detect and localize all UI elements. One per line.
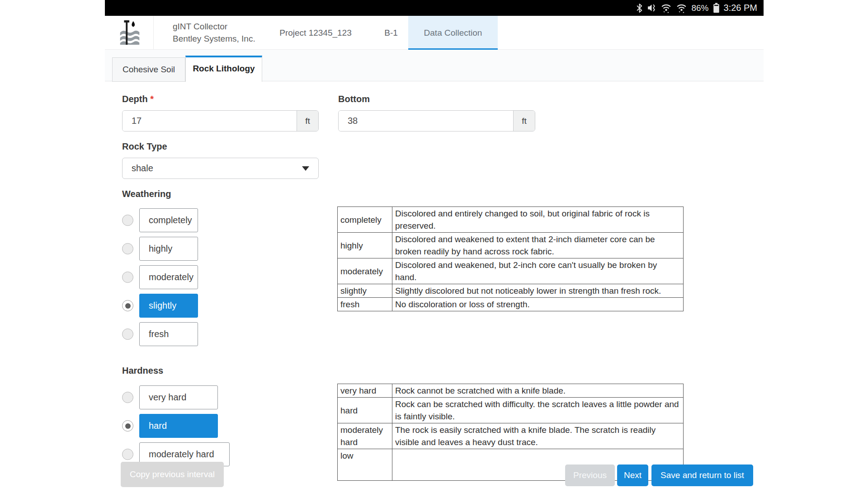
company-name: Bentley Systems, Inc. [173,33,255,45]
description-cell: The rock is easily scratched with a knif… [392,423,684,449]
next-button[interactable]: Next [617,465,648,486]
table-row: hard Rock can be scratched with difficul… [338,398,684,423]
table-row: completely Discolored and entirely chang… [338,207,684,233]
breadcrumb-project[interactable]: Project 12345_123 [278,16,353,50]
bottom-label: Bottom [338,94,370,104]
description-cell: Discolored and entirely changed to soil,… [392,207,684,233]
copy-previous-interval-button[interactable]: Copy previous interval [121,462,224,487]
rock-type-value: shale [132,163,153,174]
bottom-input[interactable] [339,111,513,131]
breadcrumb-borehole[interactable]: B-1 [377,16,405,50]
table-row: very hard Rock cannot be scratched with … [338,384,684,398]
radio-icon[interactable] [122,272,133,283]
previous-button[interactable]: Previous [565,465,615,486]
hardness-option-hard[interactable]: hard [122,414,218,438]
term-cell: moderately hard [338,423,392,449]
gint-logo-icon [119,19,140,46]
depth-label: Depth * [122,94,154,104]
tab-cohesive-soil[interactable]: Cohesive Soil [112,57,185,82]
radio-selected-icon[interactable] [122,420,133,432]
battery-percent: 86% [691,3,708,13]
description-cell: Rock cannot be scratched with a knife bl… [392,384,684,398]
radio-selected-icon[interactable] [122,300,133,311]
description-cell: Discolored and weakened, but 2-inch core… [392,258,684,284]
wifi-in-out-icon [660,3,672,13]
weathering-option-slightly[interactable]: slightly [122,294,198,318]
required-asterisk: * [150,94,154,104]
bluetooth-icon [636,3,643,13]
breadcrumb-data-collection[interactable]: Data Collection [408,16,498,50]
save-and-return-button[interactable]: Save and return to list [651,465,753,486]
clock: 3:26 PM [724,3,757,13]
header-divider [153,16,154,50]
table-row: slightly Slightly discolored but not not… [338,284,684,298]
term-cell: slightly [338,284,392,298]
mute-vibrate-icon [647,3,656,13]
app-brand: gINT Collector Bentley Systems, Inc. [173,20,255,45]
term-cell: fresh [338,298,392,311]
weathering-label: Weathering [122,189,171,199]
bottom-field-group: ft [338,110,535,131]
term-cell: moderately [338,258,392,284]
table-row: moderately Discolored and weakened, but … [338,258,684,284]
description-cell: Discolored and weakened to extent that 2… [392,233,684,258]
weathering-option-completely[interactable]: completely [122,208,198,232]
description-cell: Slightly discolored but not noticeably l… [392,284,684,298]
term-cell: very hard [338,384,392,398]
radio-icon[interactable] [122,392,133,403]
radio-icon[interactable] [122,328,133,340]
term-cell: completely [338,207,392,233]
depth-field-group: ft [122,110,319,131]
bottom-unit: ft [513,111,535,131]
hardness-option-very-hard[interactable]: very hard [122,385,218,409]
description-cell: No discoloration or loss of strength. [392,298,684,311]
radio-icon[interactable] [122,215,133,226]
app-window: 86% 3:26 PM [105,0,764,488]
table-row: highly Discolored and weakened to extent… [338,233,684,258]
tab-bar: Cohesive Soil Rock Lithology [105,50,764,81]
weathering-option-highly[interactable]: highly [122,237,198,261]
term-cell: low [338,449,392,481]
status-bar: 86% 3:26 PM [105,0,764,16]
tab-rock-lithology[interactable]: Rock Lithology [185,56,262,82]
term-cell: highly [338,233,392,258]
depth-unit: ft [297,111,318,131]
radio-icon[interactable] [122,449,133,460]
weathering-option-moderately[interactable]: moderately [122,265,198,289]
weathering-table: completely Discolored and entirely chang… [337,206,684,311]
table-row: fresh No discoloration or loss of streng… [338,298,684,311]
description-cell: Rock can be scratched with difficulty. t… [392,398,684,423]
battery-icon [713,3,720,13]
depth-input[interactable] [123,111,297,131]
app-header: gINT Collector Bentley Systems, Inc. Pro… [105,16,764,50]
radio-icon[interactable] [122,243,133,254]
app-title: gINT Collector [173,20,255,33]
wifi-in-out-icon [676,3,687,13]
rock-type-label: Rock Type [122,141,167,152]
hardness-label: Hardness [122,366,163,376]
table-row: moderately hard The rock is easily scrat… [338,423,684,449]
weathering-option-fresh[interactable]: fresh [122,322,198,346]
chevron-down-icon [302,166,309,171]
term-cell: hard [338,398,392,423]
rock-type-select[interactable]: shale [122,158,319,179]
screen: 86% 3:26 PM [0,0,868,488]
